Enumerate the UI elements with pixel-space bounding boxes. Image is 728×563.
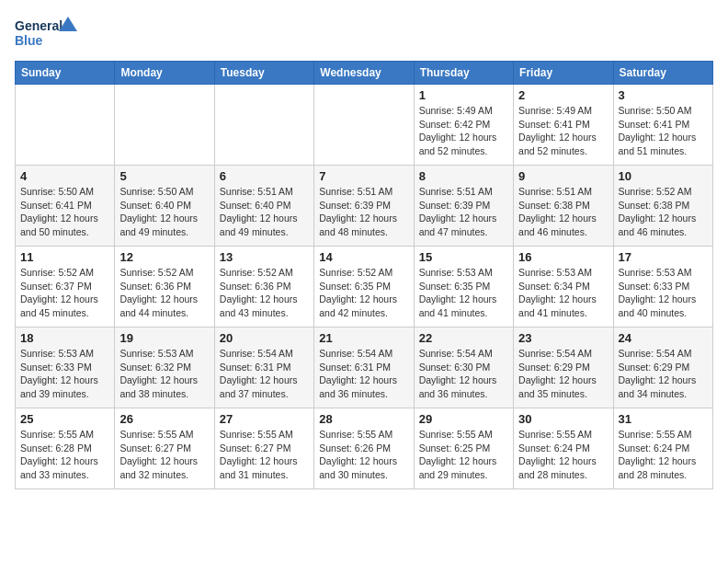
calendar-cell [115, 85, 214, 166]
day-number: 20 [220, 331, 309, 345]
day-number: 12 [119, 250, 209, 264]
day-detail: Sunrise: 5:54 AM Sunset: 6:29 PM Dayligh… [518, 347, 608, 401]
day-detail: Sunrise: 5:49 AM Sunset: 6:42 PM Dayligh… [419, 104, 508, 158]
day-number: 15 [419, 250, 508, 264]
day-detail: Sunrise: 5:52 AM Sunset: 6:38 PM Dayligh… [619, 185, 708, 239]
day-number: 22 [419, 331, 508, 345]
day-of-week-header: Monday [115, 62, 214, 85]
day-number: 21 [319, 331, 408, 345]
day-of-week-header: Tuesday [214, 62, 313, 85]
day-number: 30 [518, 412, 608, 426]
day-detail: Sunrise: 5:53 AM Sunset: 6:34 PM Dayligh… [518, 266, 608, 320]
calendar-cell: 31Sunrise: 5:55 AM Sunset: 6:24 PM Dayli… [613, 408, 712, 489]
day-of-week-header: Wednesday [314, 62, 414, 85]
day-number: 3 [619, 88, 708, 102]
day-number: 10 [619, 169, 708, 183]
day-number: 4 [20, 169, 109, 183]
day-number: 6 [220, 169, 309, 183]
calendar-cell: 20Sunrise: 5:54 AM Sunset: 6:31 PM Dayli… [214, 327, 313, 408]
calendar-cell: 10Sunrise: 5:52 AM Sunset: 6:38 PM Dayli… [613, 166, 712, 247]
day-detail: Sunrise: 5:54 AM Sunset: 6:31 PM Dayligh… [220, 347, 309, 401]
calendar-cell [314, 85, 414, 166]
calendar-cell: 15Sunrise: 5:53 AM Sunset: 6:35 PM Dayli… [414, 247, 513, 327]
day-of-week-header: Saturday [613, 62, 712, 85]
day-detail: Sunrise: 5:52 AM Sunset: 6:36 PM Dayligh… [119, 266, 209, 320]
day-number: 8 [419, 169, 508, 183]
logo-svg: General Blue [15, 15, 79, 52]
calendar-cell: 12Sunrise: 5:52 AM Sunset: 6:36 PM Dayli… [115, 247, 214, 327]
calendar-header: SundayMondayTuesdayWednesdayThursdayFrid… [16, 62, 713, 85]
calendar-week-row: 1Sunrise: 5:49 AM Sunset: 6:42 PM Daylig… [16, 85, 713, 166]
day-detail: Sunrise: 5:53 AM Sunset: 6:33 PM Dayligh… [619, 266, 708, 320]
svg-text:Blue: Blue [15, 33, 43, 48]
day-detail: Sunrise: 5:51 AM Sunset: 6:40 PM Dayligh… [220, 185, 309, 239]
day-detail: Sunrise: 5:49 AM Sunset: 6:41 PM Dayligh… [518, 104, 608, 158]
day-number: 24 [619, 331, 708, 345]
day-detail: Sunrise: 5:53 AM Sunset: 6:35 PM Dayligh… [419, 266, 508, 320]
calendar-week-row: 18Sunrise: 5:53 AM Sunset: 6:33 PM Dayli… [16, 327, 713, 408]
page-header: General Blue [15, 15, 713, 52]
day-number: 29 [419, 412, 508, 426]
day-detail: Sunrise: 5:51 AM Sunset: 6:38 PM Dayligh… [518, 185, 608, 239]
calendar-cell: 25Sunrise: 5:55 AM Sunset: 6:28 PM Dayli… [16, 408, 115, 489]
calendar-cell: 30Sunrise: 5:55 AM Sunset: 6:24 PM Dayli… [514, 408, 613, 489]
day-number: 27 [220, 412, 309, 426]
day-of-week-header: Thursday [414, 62, 513, 85]
calendar-cell: 7Sunrise: 5:51 AM Sunset: 6:39 PM Daylig… [314, 166, 414, 247]
day-number: 9 [518, 169, 608, 183]
day-number: 28 [319, 412, 408, 426]
calendar-cell: 18Sunrise: 5:53 AM Sunset: 6:33 PM Dayli… [16, 327, 115, 408]
calendar-cell: 29Sunrise: 5:55 AM Sunset: 6:25 PM Dayli… [414, 408, 513, 489]
day-number: 18 [20, 331, 109, 345]
day-detail: Sunrise: 5:52 AM Sunset: 6:37 PM Dayligh… [20, 266, 109, 320]
calendar-cell: 8Sunrise: 5:51 AM Sunset: 6:39 PM Daylig… [414, 166, 513, 247]
day-number: 2 [518, 88, 608, 102]
day-number: 13 [220, 250, 309, 264]
day-number: 17 [619, 250, 708, 264]
calendar-cell: 11Sunrise: 5:52 AM Sunset: 6:37 PM Dayli… [16, 247, 115, 327]
calendar-cell: 9Sunrise: 5:51 AM Sunset: 6:38 PM Daylig… [514, 166, 613, 247]
day-number: 5 [119, 169, 209, 183]
day-of-week-header: Sunday [16, 62, 115, 85]
day-detail: Sunrise: 5:55 AM Sunset: 6:24 PM Dayligh… [619, 428, 708, 482]
day-detail: Sunrise: 5:52 AM Sunset: 6:35 PM Dayligh… [319, 266, 408, 320]
calendar-cell: 17Sunrise: 5:53 AM Sunset: 6:33 PM Dayli… [613, 247, 712, 327]
day-detail: Sunrise: 5:50 AM Sunset: 6:40 PM Dayligh… [119, 185, 209, 239]
day-detail: Sunrise: 5:50 AM Sunset: 6:41 PM Dayligh… [619, 104, 708, 158]
svg-text:General: General [15, 18, 63, 33]
calendar-cell: 13Sunrise: 5:52 AM Sunset: 6:36 PM Dayli… [214, 247, 313, 327]
header-row: SundayMondayTuesdayWednesdayThursdayFrid… [16, 62, 713, 85]
calendar-cell: 19Sunrise: 5:53 AM Sunset: 6:32 PM Dayli… [115, 327, 214, 408]
day-number: 19 [119, 331, 209, 345]
calendar-cell: 27Sunrise: 5:55 AM Sunset: 6:27 PM Dayli… [214, 408, 313, 489]
day-detail: Sunrise: 5:55 AM Sunset: 6:27 PM Dayligh… [220, 428, 309, 482]
day-detail: Sunrise: 5:55 AM Sunset: 6:24 PM Dayligh… [518, 428, 608, 482]
calendar-cell: 6Sunrise: 5:51 AM Sunset: 6:40 PM Daylig… [214, 166, 313, 247]
calendar-cell: 14Sunrise: 5:52 AM Sunset: 6:35 PM Dayli… [314, 247, 414, 327]
day-detail: Sunrise: 5:55 AM Sunset: 6:25 PM Dayligh… [419, 428, 508, 482]
calendar-week-row: 25Sunrise: 5:55 AM Sunset: 6:28 PM Dayli… [16, 408, 713, 489]
calendar-body: 1Sunrise: 5:49 AM Sunset: 6:42 PM Daylig… [16, 85, 713, 489]
day-detail: Sunrise: 5:53 AM Sunset: 6:33 PM Dayligh… [20, 347, 109, 401]
day-detail: Sunrise: 5:55 AM Sunset: 6:27 PM Dayligh… [119, 428, 209, 482]
day-number: 25 [20, 412, 109, 426]
day-detail: Sunrise: 5:52 AM Sunset: 6:36 PM Dayligh… [220, 266, 309, 320]
day-detail: Sunrise: 5:54 AM Sunset: 6:31 PM Dayligh… [319, 347, 408, 401]
calendar-week-row: 4Sunrise: 5:50 AM Sunset: 6:41 PM Daylig… [16, 166, 713, 247]
logo: General Blue [15, 15, 79, 52]
day-number: 1 [419, 88, 508, 102]
day-of-week-header: Friday [514, 62, 613, 85]
day-number: 31 [619, 412, 708, 426]
calendar-week-row: 11Sunrise: 5:52 AM Sunset: 6:37 PM Dayli… [16, 247, 713, 327]
day-number: 16 [518, 250, 608, 264]
calendar-cell [16, 85, 115, 166]
calendar-cell: 21Sunrise: 5:54 AM Sunset: 6:31 PM Dayli… [314, 327, 414, 408]
calendar-cell: 16Sunrise: 5:53 AM Sunset: 6:34 PM Dayli… [514, 247, 613, 327]
calendar-cell [214, 85, 313, 166]
calendar-cell: 2Sunrise: 5:49 AM Sunset: 6:41 PM Daylig… [514, 85, 613, 166]
day-detail: Sunrise: 5:51 AM Sunset: 6:39 PM Dayligh… [319, 185, 408, 239]
calendar-cell: 5Sunrise: 5:50 AM Sunset: 6:40 PM Daylig… [115, 166, 214, 247]
day-detail: Sunrise: 5:55 AM Sunset: 6:28 PM Dayligh… [20, 428, 109, 482]
day-number: 14 [319, 250, 408, 264]
day-number: 23 [518, 331, 608, 345]
